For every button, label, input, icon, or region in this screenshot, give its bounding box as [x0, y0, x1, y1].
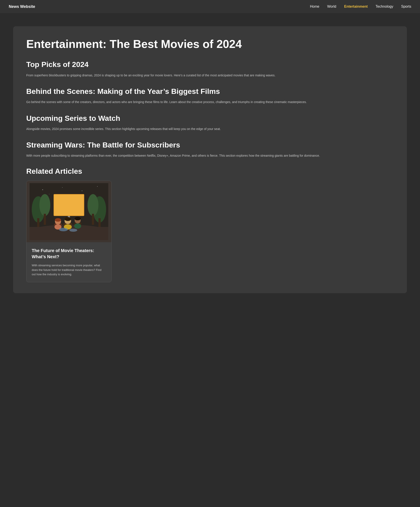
related-articles-grid: The Future of Movie Theaters: What’s Nex… — [26, 181, 394, 282]
section-text-2: Go behind the scenes with some of the cr… — [26, 99, 394, 104]
site-logo[interactable]: News Website — [9, 4, 35, 9]
svg-point-5 — [49, 194, 49, 194]
nav-item-sports[interactable]: Sports — [401, 5, 411, 8]
svg-point-13 — [87, 194, 98, 216]
svg-point-32 — [69, 229, 77, 232]
section-heading-4: Streaming Wars: The Battle for Subscribe… — [26, 140, 394, 150]
nav-link-home[interactable]: Home — [310, 5, 319, 8]
svg-point-2 — [62, 187, 63, 188]
page-title: Entertainment: The Best Movies of 2024 — [26, 37, 394, 51]
article-card-title-1: The Future of Movie Theaters: What’s Nex… — [32, 247, 106, 260]
section-text-3: Alongside movies, 2024 promises some inc… — [26, 127, 394, 131]
nav-link-world[interactable]: World — [327, 5, 336, 8]
article-card-image-1 — [27, 181, 111, 242]
svg-point-31 — [59, 228, 68, 231]
svg-point-9 — [39, 194, 50, 216]
section-text-1: From superhero blockbusters to gripping … — [26, 73, 394, 78]
svg-rect-10 — [44, 214, 46, 225]
svg-point-30 — [74, 223, 81, 229]
section-heading-2: Behind the Scenes: Making of the Year’s … — [26, 86, 394, 96]
section-heading-3: Upcoming Series to Watch — [26, 113, 394, 123]
nav-item-world[interactable]: World — [327, 5, 336, 8]
page-wrapper: Entertainment: The Best Movies of 2024 T… — [0, 13, 420, 306]
nav-item-technology[interactable]: Technology — [376, 5, 393, 8]
nav-link-sports[interactable]: Sports — [401, 5, 411, 8]
article-card-text-1: With streaming services becoming more po… — [32, 263, 106, 277]
svg-rect-16 — [54, 195, 84, 215]
navbar: News Website Home World Entertainment Te… — [0, 0, 420, 13]
nav-link-technology[interactable]: Technology — [376, 5, 393, 8]
nav-links: Home World Entertainment Technology Spor… — [310, 5, 411, 8]
nav-link-entertainment[interactable]: Entertainment — [344, 5, 368, 8]
svg-point-21 — [55, 218, 61, 222]
related-articles-heading: Related Articles — [26, 167, 394, 176]
svg-point-3 — [82, 190, 83, 191]
content-card: Entertainment: The Best Movies of 2024 T… — [13, 26, 407, 293]
svg-rect-14 — [92, 214, 94, 225]
svg-point-1 — [42, 189, 43, 190]
svg-point-29 — [75, 217, 81, 220]
nav-item-home[interactable]: Home — [310, 5, 319, 8]
section-text-4: With more people subscribing to streamin… — [26, 153, 394, 158]
svg-point-25 — [64, 217, 71, 221]
article-card-1[interactable]: The Future of Movie Theaters: What’s Nex… — [26, 181, 112, 282]
svg-point-4 — [97, 186, 98, 187]
section-heading-1: Top Picks of 2024 — [26, 60, 394, 69]
nav-item-entertainment[interactable]: Entertainment — [344, 5, 368, 8]
article-card-body-1: The Future of Movie Theaters: What’s Nex… — [27, 242, 111, 282]
